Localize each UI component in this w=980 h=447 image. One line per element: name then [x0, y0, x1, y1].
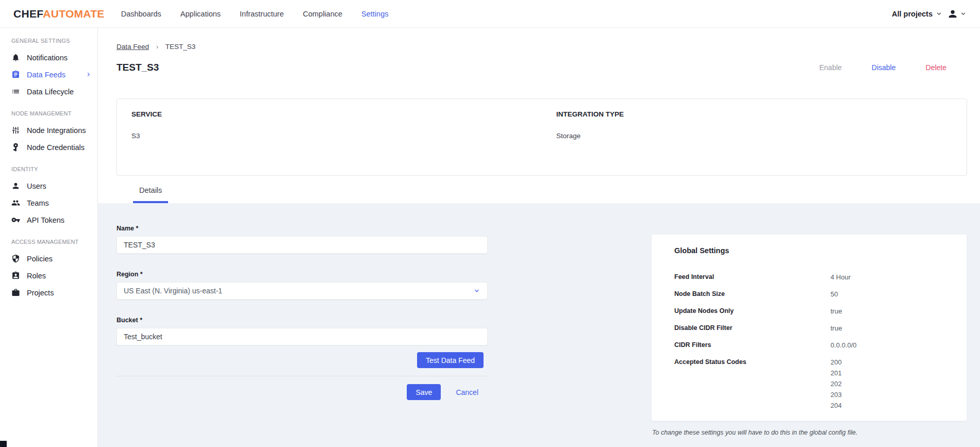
main-content: Data Feed › TEST_S3 TEST_S3 Enable Disab…	[98, 27, 980, 447]
sidebar-item-notifications[interactable]: Notifications	[0, 49, 97, 66]
delete-button[interactable]: Delete	[926, 63, 946, 72]
setting-row-cidr-filters: CIDR Filters 0.0.0.0/0	[674, 341, 951, 349]
details-panel: Name * Region * US East (N. Virginia) us…	[98, 203, 980, 447]
chevron-down-icon	[960, 10, 967, 17]
projects-filter-label: All projects	[892, 10, 933, 18]
integration-type-value: Storage	[556, 132, 967, 140]
chef-automate-logo[interactable]: CHEFAUTOMATE	[13, 8, 105, 20]
global-settings-panel: Global Settings Feed Interval 4 Hour Nod…	[651, 234, 967, 421]
user-avatar-icon	[947, 8, 958, 20]
navbar-right: All projects	[892, 8, 967, 20]
global-settings-column: Global Settings Feed Interval 4 Hour Nod…	[651, 203, 967, 436]
sidebar-item-label: Node Integrations	[27, 126, 86, 135]
global-settings-rows: Feed Interval 4 Hour Node Batch Size 50 …	[674, 273, 951, 409]
user-menu[interactable]	[947, 8, 967, 20]
region-selected-value: US East (N. Virginia) us-east-1	[124, 287, 222, 295]
sidebar-item-policies[interactable]: Policies	[0, 250, 97, 267]
name-label: Name *	[117, 225, 488, 232]
nav-compliance[interactable]: Compliance	[303, 10, 342, 18]
setting-value: 50	[830, 290, 838, 298]
nav-applications[interactable]: Applications	[180, 10, 221, 18]
setting-label: Update Nodes Only	[674, 307, 830, 315]
name-input[interactable]	[117, 236, 488, 254]
nav-dashboards[interactable]: Dashboards	[121, 10, 161, 18]
sidebar-item-label: Data Feeds	[27, 71, 65, 79]
region-select[interactable]: US East (N. Virginia) us-east-1	[117, 282, 488, 300]
data-feeds-icon	[11, 70, 20, 79]
setting-label: CIDR Filters	[674, 341, 830, 349]
form-divider	[117, 376, 488, 376]
bucket-input[interactable]	[117, 328, 488, 345]
primary-nav: Dashboards Applications Infrastructure C…	[121, 10, 389, 18]
setting-value: 4 Hour	[830, 273, 851, 281]
logo-text-automate: AUTOMATE	[43, 8, 104, 20]
token-key-icon	[11, 216, 20, 224]
setting-value: true	[830, 324, 842, 332]
breadcrumb-link-data-feed[interactable]: Data Feed	[117, 43, 149, 51]
sidebar-item-data-feeds[interactable]: Data Feeds	[0, 66, 97, 83]
sidebar-item-projects[interactable]: Projects	[0, 284, 97, 301]
feed-actions: Enable Disable Delete	[819, 63, 967, 72]
setting-label: Disable CIDR Filter	[674, 324, 830, 332]
setting-row-node-batch-size: Node Batch Size 50	[674, 290, 951, 298]
sidebar-item-label: Teams	[27, 199, 49, 207]
region-field-group: Region * US East (N. Virginia) us-east-1	[117, 271, 488, 300]
sidebar-item-label: Data Lifecycle	[27, 88, 74, 96]
breadcrumb-separator: ›	[156, 43, 159, 51]
name-field-group: Name *	[117, 225, 488, 254]
global-settings-note: To change these settings you will have t…	[652, 429, 967, 436]
top-navbar: CHEFAUTOMATE Dashboards Applications Inf…	[0, 0, 980, 27]
sidebar-item-label: Roles	[27, 272, 46, 280]
disable-button[interactable]: Disable	[872, 63, 896, 72]
page-layout: GENERAL SETTINGS Notifications Data Feed…	[0, 27, 980, 447]
bucket-field-group: Bucket *	[117, 317, 488, 345]
status-code: 203	[830, 391, 842, 399]
nav-settings[interactable]: Settings	[361, 10, 388, 18]
setting-row-disable-cidr-filter: Disable CIDR Filter true	[674, 324, 951, 332]
sidebar-item-api-tokens[interactable]: API Tokens	[0, 211, 97, 228]
sidebar-item-label: Users	[27, 182, 46, 190]
tab-strip: Details	[117, 186, 967, 203]
settings-sidebar: GENERAL SETTINGS Notifications Data Feed…	[0, 27, 98, 447]
setting-row-update-nodes-only: Update Nodes Only true	[674, 307, 951, 315]
sidebar-heading-access-management: ACCESS MANAGEMENT	[0, 239, 97, 245]
bell-icon	[11, 53, 20, 62]
sidebar-item-label: Node Credentials	[27, 143, 85, 152]
global-settings-title: Global Settings	[674, 246, 951, 255]
sidebar-item-label: Policies	[27, 255, 53, 263]
test-data-feed-button[interactable]: Test Data Feed	[417, 352, 484, 368]
nav-infrastructure[interactable]: Infrastructure	[240, 10, 284, 18]
sidebar-item-users[interactable]: Users	[0, 177, 97, 194]
setting-value: true	[830, 307, 842, 315]
service-column-header: SERVICE	[131, 110, 542, 118]
team-icon	[11, 198, 20, 207]
sidebar-item-roles[interactable]: Roles	[0, 267, 97, 284]
sidebar-item-data-lifecycle[interactable]: Data Lifecycle	[0, 83, 97, 100]
region-label: Region *	[117, 271, 488, 278]
setting-value: 0.0.0.0/0	[830, 341, 857, 349]
service-info-card: SERVICE S3 INTEGRATION TYPE Storage	[117, 98, 967, 176]
status-code: 200	[830, 358, 842, 366]
setting-label: Feed Interval	[674, 273, 830, 281]
user-icon	[11, 181, 20, 190]
chevron-right-icon	[86, 72, 91, 77]
service-column: SERVICE S3	[117, 110, 542, 175]
sliders-icon	[11, 126, 20, 135]
cancel-link[interactable]: Cancel	[456, 388, 478, 396]
tab-details[interactable]: Details	[133, 186, 168, 203]
status-code: 201	[830, 369, 842, 377]
projects-filter[interactable]: All projects	[892, 10, 942, 18]
breadcrumb-current: TEST_S3	[165, 43, 196, 51]
sidebar-item-node-integrations[interactable]: Node Integrations	[0, 122, 97, 139]
sidebar-item-node-credentials[interactable]: Node Credentials	[0, 139, 97, 156]
test-row: Test Data Feed	[117, 352, 488, 368]
save-button[interactable]: Save	[407, 384, 441, 400]
bottom-left-corner-artifact	[0, 441, 7, 447]
data-feed-form: Name * Region * US East (N. Virginia) us…	[117, 225, 488, 400]
enable-button[interactable]: Enable	[819, 63, 842, 72]
sidebar-item-teams[interactable]: Teams	[0, 194, 97, 211]
status-code: 202	[830, 380, 842, 388]
sidebar-heading-general-settings: GENERAL SETTINGS	[0, 38, 97, 44]
setting-row-accepted-status-codes: Accepted Status Codes 200 201 202 203 20…	[674, 358, 951, 409]
chevron-down-icon	[936, 10, 942, 17]
